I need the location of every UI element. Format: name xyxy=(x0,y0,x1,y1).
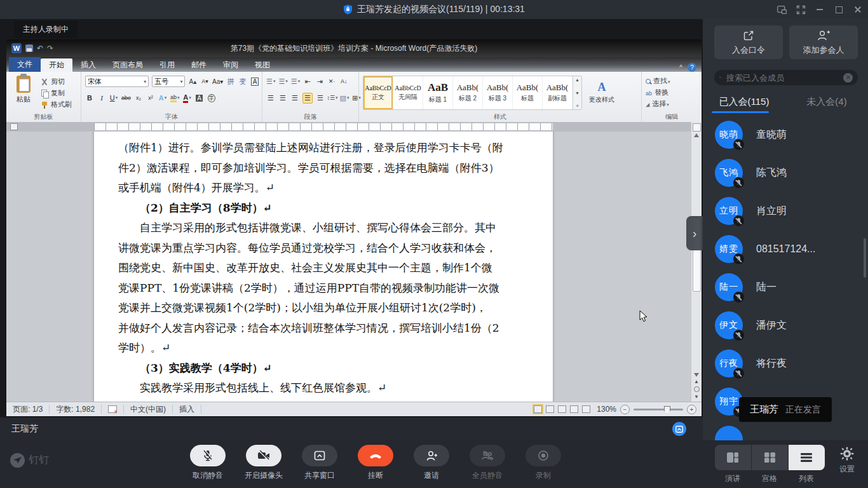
collapse-ribbon-icon[interactable] xyxy=(679,64,682,71)
participant-row[interactable]: 婧雯 081517124... xyxy=(703,230,868,268)
character-shading-icon[interactable] xyxy=(195,93,204,103)
find-button[interactable]: 查找 xyxy=(646,76,699,86)
tab-mailings[interactable]: 邮件 xyxy=(183,58,215,72)
settings-button[interactable]: 设置 xyxy=(831,447,863,475)
search-box[interactable] xyxy=(714,70,858,85)
browse-object-icon[interactable] xyxy=(694,386,700,392)
scroll-up-icon[interactable] xyxy=(694,133,699,137)
style-normal[interactable]: AaBbCcD正文 xyxy=(363,76,393,109)
sidebar-collapse-handle[interactable] xyxy=(686,216,703,250)
sort-icon[interactable] xyxy=(339,77,348,86)
highlight-color-icon[interactable] xyxy=(170,93,180,103)
zoom-slider-thumb[interactable] xyxy=(664,406,670,414)
tab-file[interactable]: 文件 xyxy=(9,57,41,72)
search-input[interactable] xyxy=(725,72,839,83)
subscript-icon[interactable] xyxy=(134,93,143,103)
meeting-code-button[interactable]: 入会口令 xyxy=(714,25,783,59)
participant-row[interactable]: 立明 肖立明 xyxy=(703,192,868,230)
strikethrough-icon[interactable] xyxy=(121,93,131,103)
horizontal-ruler[interactable] xyxy=(6,122,691,132)
change-styles-button[interactable]: A 更改样式 xyxy=(582,74,621,110)
page-indicator[interactable]: 页面: 1/3 xyxy=(6,405,50,414)
char-style-icon[interactable] xyxy=(238,77,247,86)
previous-page-icon[interactable]: ▲ xyxy=(694,379,699,384)
phonetic-guide-icon[interactable] xyxy=(226,77,235,86)
tab-selector-icon[interactable] xyxy=(10,123,18,130)
increase-indent-icon[interactable] xyxy=(315,77,324,86)
share-window-button[interactable]: 共享窗口 xyxy=(292,445,348,481)
numbering-icon[interactable] xyxy=(278,77,287,86)
style-title[interactable]: AaBb(标题 xyxy=(513,76,543,109)
styles-gallery-scroll[interactable]: ▲▼≡ xyxy=(573,76,581,109)
zoom-out-icon[interactable]: − xyxy=(620,405,630,414)
paste-button[interactable]: 粘贴 xyxy=(10,76,37,110)
underline-icon[interactable] xyxy=(109,93,118,103)
justify-icon[interactable] xyxy=(302,93,313,104)
enclose-characters-icon[interactable] xyxy=(207,93,216,103)
style-subtitle[interactable]: AaBb(副标题 xyxy=(543,76,573,109)
participant-row[interactable]: 行夜 将行夜 xyxy=(703,344,868,383)
proofing-status[interactable] xyxy=(102,405,124,414)
word-vertical-scrollbar[interactable]: ▲ ▼ xyxy=(691,122,702,402)
style-heading2[interactable]: AaBb(标题 2 xyxy=(453,76,483,109)
screen-share-indicator-icon[interactable] xyxy=(672,422,686,436)
tab-review[interactable]: 审阅 xyxy=(215,58,247,72)
bold-icon[interactable] xyxy=(85,93,94,103)
format-painter-button[interactable]: 格式刷 xyxy=(41,99,72,110)
select-button[interactable]: 选择 xyxy=(646,99,699,109)
zoom-level[interactable]: 130% xyxy=(597,405,616,414)
language-indicator[interactable]: 中文(中国) xyxy=(124,405,173,414)
participant-row[interactable]: 晓萌 童晓萌 xyxy=(703,116,868,154)
insert-mode[interactable]: 插入 xyxy=(173,405,201,414)
clear-search-icon[interactable] xyxy=(843,73,853,83)
list-view-button[interactable]: 列表 xyxy=(788,445,825,484)
style-no-spacing[interactable]: AaBbCcD无间隔 xyxy=(393,76,423,109)
next-page-icon[interactable]: ▼ xyxy=(694,394,699,400)
maximize-icon[interactable] xyxy=(834,4,844,15)
font-color-icon[interactable] xyxy=(183,93,192,103)
multilevel-list-icon[interactable] xyxy=(291,77,300,86)
tab-not-joined[interactable]: 未入会(4) xyxy=(785,90,868,113)
font-name-combo[interactable]: 宋体 xyxy=(85,76,149,87)
fullscreen-icon[interactable] xyxy=(796,4,806,15)
grid-view-button[interactable]: 宫格 xyxy=(751,445,788,484)
style-heading3[interactable]: AaBb(标题 3 xyxy=(483,76,513,109)
change-case-icon[interactable] xyxy=(212,77,223,86)
style-heading1[interactable]: AaB标题 1 xyxy=(423,76,453,109)
minimize-icon[interactable] xyxy=(815,4,825,15)
decrease-indent-icon[interactable] xyxy=(303,77,312,86)
bullets-icon[interactable] xyxy=(266,77,275,86)
align-right-icon[interactable] xyxy=(290,93,299,103)
cut-button[interactable]: 剪切 xyxy=(41,76,72,87)
zoom-slider[interactable] xyxy=(634,409,683,410)
document-canvas[interactable]: （附件1）进行。参训学员需登陆上述网站进行注册，登录后使用学习卡卡号（附 件2）… xyxy=(6,132,691,402)
font-size-combo[interactable]: 五号 xyxy=(152,76,185,87)
scroll-down-icon[interactable] xyxy=(694,373,699,377)
float-window-icon[interactable] xyxy=(776,4,787,15)
line-spacing-icon[interactable] xyxy=(328,93,337,103)
unmute-button[interactable]: 取消静音 xyxy=(180,445,236,481)
shrink-font-icon[interactable] xyxy=(200,77,209,86)
participant-row[interactable]: 陆一 陆一 xyxy=(703,268,868,306)
sidebar-scrollbar[interactable] xyxy=(864,238,866,278)
add-participant-button[interactable]: 添加参会人 xyxy=(789,25,858,59)
participant-row[interactable] xyxy=(703,421,868,440)
replace-button[interactable]: 替换 xyxy=(646,88,699,97)
participant-row[interactable]: 伊文 潘伊文 xyxy=(703,306,868,344)
tab-view[interactable]: 视图 xyxy=(247,58,278,72)
document-page[interactable]: （附件1）进行。参训学员需登陆上述网站进行注册，登录后使用学习卡卡号（附 件2）… xyxy=(94,132,553,402)
outline-view-icon[interactable] xyxy=(570,405,578,413)
print-layout-view-icon[interactable] xyxy=(534,405,542,413)
ruler-toggle-icon[interactable] xyxy=(693,123,701,132)
text-effects-icon[interactable] xyxy=(158,93,167,103)
hang-up-button[interactable]: 挂断 xyxy=(348,445,403,481)
tab-references[interactable]: 引用 xyxy=(151,58,183,72)
copy-button[interactable]: 复制 xyxy=(41,88,72,98)
web-layout-view-icon[interactable] xyxy=(558,405,566,413)
invite-button[interactable]: 邀请 xyxy=(403,445,459,481)
tab-home[interactable]: 开始 xyxy=(41,58,72,72)
fullscreen-reading-view-icon[interactable] xyxy=(546,405,554,413)
align-center-icon[interactable] xyxy=(278,93,287,103)
grow-font-icon[interactable] xyxy=(188,77,197,86)
close-icon[interactable] xyxy=(853,4,863,15)
